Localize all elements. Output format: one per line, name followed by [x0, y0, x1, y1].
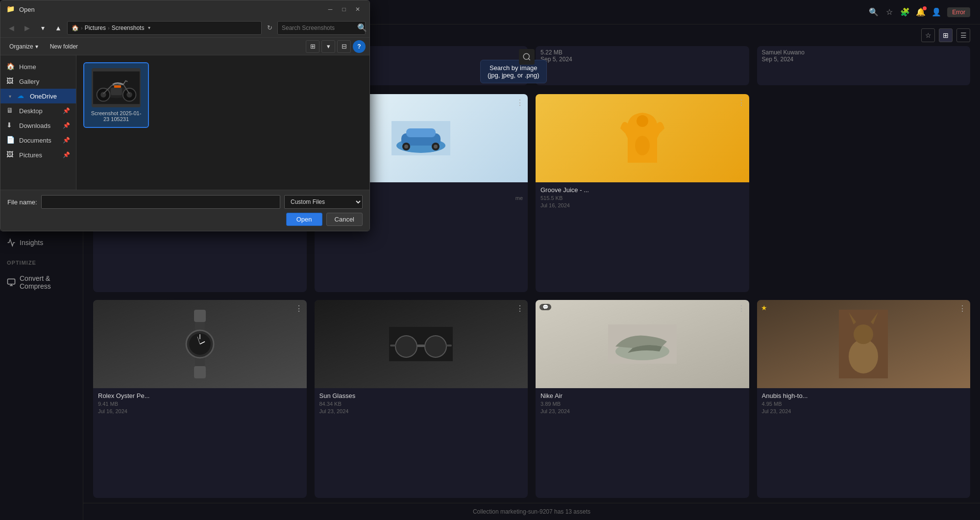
sidebar-item-convert[interactable]: Convert & Compress — [0, 270, 83, 295]
svg-rect-26 — [417, 345, 425, 347]
filename-input[interactable] — [41, 195, 280, 209]
asset-info-5: Sun Glasses 84.34 KB Jul 23, 2024 — [315, 388, 528, 418]
search-icon[interactable]: 🔍 — [869, 7, 879, 17]
dialog-title-left: 📁 Open — [6, 5, 35, 14]
svg-rect-27 — [390, 345, 396, 347]
path-segment-pictures[interactable]: Pictures — [85, 25, 106, 31]
recent-btn[interactable]: ▾ — [36, 21, 49, 35]
nav-pictures[interactable]: 🖼 Pictures 📌 — [0, 148, 76, 162]
asset-menu-btn-2[interactable]: ⋮ — [516, 98, 524, 107]
asset-size-7: 4.95 MB — [762, 401, 782, 407]
asset-date-6: Jul 23, 2024 — [540, 408, 744, 414]
notification-icon[interactable]: 🔔 — [916, 7, 926, 17]
asset-image-3 — [536, 94, 749, 182]
asset-menu-btn-7[interactable]: ⋮ — [958, 304, 966, 313]
asset-menu-btn-5[interactable]: ⋮ — [516, 304, 524, 313]
asset-menu-btn-4[interactable]: ⋮ — [295, 304, 303, 313]
asset-menu-btn-6[interactable]: ⋮ — [737, 304, 745, 313]
asset-image-4 — [93, 300, 307, 388]
organize-btn[interactable]: Organize ▾ — [4, 40, 43, 53]
dialog-titlebar: 📁 Open ─ □ ✕ — [0, 0, 369, 18]
path-segment-screenshots[interactable]: Screenshots — [112, 25, 145, 31]
extensions-icon[interactable]: 🧩 — [900, 7, 910, 17]
svg-point-32 — [849, 339, 878, 373]
asset-image-6 — [536, 300, 749, 388]
downloads-icon: ⬇ — [6, 121, 15, 130]
svg-rect-8 — [406, 128, 436, 137]
path-bar: 🏠 › Pictures › Screenshots ▾ — [67, 21, 262, 35]
view-dropdown-btn[interactable]: ▾ — [321, 40, 335, 53]
nav-documents-label: Documents — [19, 137, 51, 144]
notif-dot — [923, 6, 927, 10]
dialog-title-icon: 📁 — [6, 5, 15, 14]
search-by-image-tooltip: Search by image (jpg, jpeg, or .png) — [480, 60, 547, 83]
up-btn[interactable]: ▲ — [51, 21, 65, 35]
sidebar-item-insights[interactable]: Insights — [0, 233, 83, 252]
dialog-search-icon: 🔍 — [357, 23, 367, 32]
list-view-btn[interactable]: ☰ — [956, 28, 970, 42]
grid-view-btn[interactable]: ⊞ — [939, 28, 953, 42]
svg-point-24 — [395, 336, 417, 357]
nav-desktop[interactable]: 🖥 Desktop 📌 — [0, 103, 76, 118]
asset-menu-btn-3[interactable]: ⋮ — [737, 98, 745, 107]
svg-rect-43 — [114, 85, 121, 88]
nav-home[interactable]: 🏠 Home — [0, 59, 76, 74]
minimize-btn[interactable]: ─ — [324, 3, 336, 15]
asset-card-3[interactable]: ⋮ Groove Juice - ... 515.5 KB Jul 16, 20… — [536, 94, 749, 292]
close-btn[interactable]: ✕ — [352, 3, 364, 15]
forward-btn[interactable]: ▶ — [20, 21, 34, 35]
path-dropdown-btn[interactable]: ▾ — [146, 24, 152, 31]
star-icon[interactable]: ☆ — [884, 7, 894, 17]
asset-card-6[interactable]: ⋮ 💬 Nike Air 3.89 MB Jul 23, 2024 — [536, 300, 749, 498]
svg-point-14 — [635, 136, 650, 155]
grid-view-toggle[interactable]: ⊞ — [306, 40, 319, 53]
dialog-open-btn[interactable]: Open — [286, 213, 322, 226]
maximize-btn[interactable]: □ — [338, 3, 350, 15]
partial-size-3: 5.22 MB — [540, 49, 744, 56]
new-folder-btn[interactable]: New folder — [45, 40, 83, 53]
filetype-select[interactable]: Custom Files All Files (*.*) — [284, 195, 363, 209]
dialog-cancel-btn[interactable]: Cancel — [326, 213, 363, 226]
user-icon[interactable]: 👤 — [931, 7, 941, 17]
error-badge: Error — [947, 7, 970, 17]
new-folder-label: New folder — [50, 43, 78, 50]
asset-star-7[interactable]: ★ — [761, 304, 767, 312]
nav-downloads-label: Downloads — [19, 122, 50, 129]
help-btn[interactable]: ? — [353, 40, 366, 53]
asset-title-4: Rolex Oyster Pe... — [98, 392, 302, 399]
refresh-btn[interactable]: ↻ — [264, 22, 275, 34]
nav-documents[interactable]: 📄 Documents 📌 — [0, 133, 76, 148]
dialog-search-bar: 🔍 — [277, 21, 366, 35]
asset-meta-7: 4.95 MB — [762, 401, 966, 407]
toolbar2-right: ⊞ ▾ ⊟ ? — [306, 40, 366, 53]
asset-card-7[interactable]: ⋮ ★ Anubis high-to... 4.95 MB Jul 23, 20… — [757, 300, 971, 498]
expand-btn: ▾ — [6, 93, 13, 99]
nav-gallery[interactable]: 🖼 Gallery — [0, 74, 76, 89]
partial-card-3: 5.22 MB Sep 5, 2024 — [536, 46, 749, 85]
asset-title-3: Groove Juice - ... — [540, 186, 744, 194]
dialog-nav-panel: 🏠 Home 🖼 Gallery ▾ ☁ OneDrive 🖥 Desktop … — [0, 55, 76, 190]
back-btn[interactable]: ◀ — [4, 21, 18, 35]
organize-chevron: ▾ — [35, 43, 38, 50]
nav-pictures-label: Pictures — [19, 151, 42, 159]
pin-icon-pictures: 📌 — [63, 151, 70, 158]
dialog-buttons-row: Open Cancel — [7, 213, 363, 226]
file-item-screenshot[interactable]: Screenshot 2025-01-23 105231 — [84, 63, 148, 127]
nav-downloads[interactable]: ⬇ Downloads 📌 — [0, 118, 76, 133]
pin-icon-documents: 📌 — [63, 137, 70, 144]
asset-card-4[interactable]: ⋮ Rolex Oyster Pe... 9.41 MB Jul 16, 202… — [93, 300, 307, 498]
file-name-screenshot: Screenshot 2025-01-23 105231 — [89, 110, 143, 122]
dialog-search-input[interactable] — [282, 25, 355, 31]
asset-meta-4: 9.41 MB — [98, 401, 302, 407]
asset-title-6: Nike Air — [540, 392, 744, 399]
asset-card-5[interactable]: ⋮ Sun Glasses 84.34 KB Jul 23, 2024 — [315, 300, 528, 498]
nav-onedrive[interactable]: ▾ ☁ OneDrive — [0, 89, 76, 103]
search-by-image-btn[interactable] — [519, 49, 535, 65]
preview-btn[interactable]: ⊟ — [337, 40, 351, 53]
asset-title-7: Anubis high-to... — [762, 392, 966, 399]
path-segment-icon: 🏠 — [72, 25, 79, 31]
asset-meta-5: 84.34 KB — [319, 401, 523, 407]
organize-label: Organize — [9, 43, 33, 50]
file-open-dialog: 📁 Open ─ □ ✕ ◀ ▶ ▾ ▲ 🏠 › Pictures › Scre… — [0, 0, 370, 231]
star-tab-btn[interactable]: ☆ — [921, 28, 935, 42]
